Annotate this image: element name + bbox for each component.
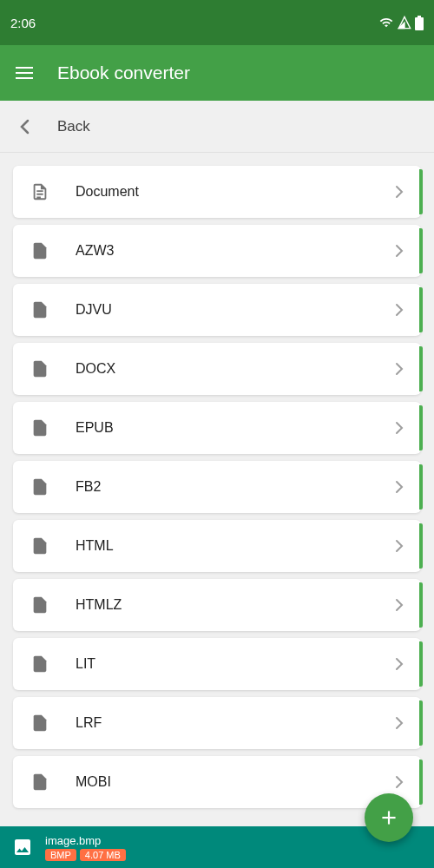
format-label: FB2: [76, 479, 395, 495]
format-item-html[interactable]: HTML: [13, 520, 421, 572]
bottom-info: image.bmp BMP 4.07 MB: [45, 834, 126, 861]
filename: image.bmp: [45, 834, 126, 847]
chevron-right-icon: [395, 539, 404, 553]
format-list: Document AZW3 DJVU DOCX: [0, 153, 434, 826]
chevron-right-icon: [395, 716, 404, 730]
format-label: LIT: [76, 656, 395, 672]
format-item-azw3[interactable]: AZW3: [13, 225, 421, 277]
chevron-right-icon: [395, 480, 404, 494]
format-item-lit[interactable]: LIT: [13, 638, 421, 690]
image-icon: [12, 837, 33, 858]
file-icon: [30, 654, 49, 674]
format-item-djvu[interactable]: DJVU: [13, 284, 421, 336]
chevron-right-icon: [395, 598, 404, 612]
format-label: Document: [76, 184, 395, 200]
document-icon: [30, 182, 49, 201]
menu-button[interactable]: [16, 67, 33, 79]
chevron-right-icon: [395, 303, 404, 317]
app-title: Ebook converter: [57, 62, 190, 83]
format-item-lrf[interactable]: LRF: [13, 697, 421, 749]
wifi-icon: [378, 16, 394, 30]
format-label: DOCX: [76, 361, 395, 377]
chevron-right-icon: [395, 421, 404, 435]
file-icon: [30, 241, 49, 260]
size-badge: 4.07 MB: [80, 849, 126, 861]
format-label: DJVU: [76, 302, 395, 318]
file-icon: [30, 300, 49, 319]
chevron-right-icon: [395, 775, 404, 789]
format-badge: BMP: [45, 849, 76, 861]
format-item-docx[interactable]: DOCX: [13, 343, 421, 395]
back-label: Back: [57, 118, 90, 135]
status-icons: [378, 16, 424, 30]
file-icon: [30, 713, 49, 733]
chevron-right-icon: [395, 185, 404, 199]
format-item-fb2[interactable]: FB2: [13, 461, 421, 513]
plus-icon: [378, 806, 400, 829]
add-button[interactable]: [365, 793, 413, 842]
chevron-right-icon: [395, 244, 404, 258]
status-time: 2:06: [10, 16, 36, 30]
file-icon: [30, 536, 49, 556]
file-icon: [30, 418, 49, 437]
file-icon: [30, 595, 49, 615]
format-label: LRF: [76, 715, 395, 731]
app-bar: Ebook converter: [0, 45, 434, 101]
format-item-htmlz[interactable]: HTMLZ: [13, 579, 421, 631]
back-bar[interactable]: Back: [0, 101, 434, 153]
format-item-document[interactable]: Document: [13, 166, 421, 218]
format-label: MOBI: [76, 774, 395, 790]
chevron-right-icon: [395, 657, 404, 671]
file-icon: [30, 477, 49, 496]
signal-icon: [398, 16, 411, 30]
format-label: EPUB: [76, 420, 395, 436]
file-icon: [30, 359, 49, 378]
battery-icon: [415, 16, 424, 30]
format-item-epub[interactable]: EPUB: [13, 402, 421, 454]
format-item-mobi[interactable]: MOBI: [13, 756, 421, 808]
file-icon: [30, 773, 49, 792]
status-bar: 2:06: [0, 0, 434, 45]
svg-rect-0: [415, 17, 424, 30]
badges: BMP 4.07 MB: [45, 849, 126, 861]
format-label: AZW3: [76, 243, 395, 259]
chevron-right-icon: [395, 362, 404, 376]
svg-rect-1: [418, 16, 421, 17]
format-label: HTMLZ: [76, 597, 395, 613]
format-label: HTML: [76, 538, 395, 554]
chevron-left-icon: [19, 119, 30, 135]
